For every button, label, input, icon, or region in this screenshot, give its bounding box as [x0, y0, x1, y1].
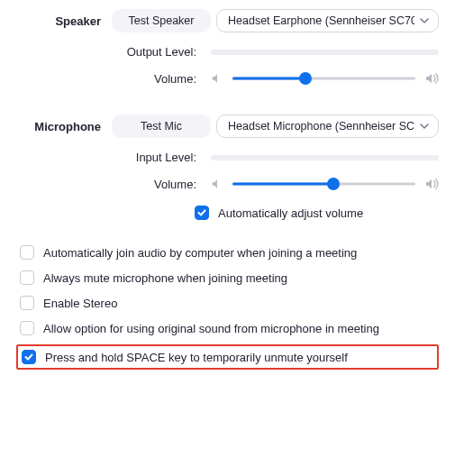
speaker-device-value: Headset Earphone (Sennheiser SC70 US — [228, 14, 414, 27]
option-label: Enable Stereo — [43, 297, 117, 310]
volume-low-icon — [211, 178, 223, 190]
option-auto-join-audio: Automatically join audio by computer whe… — [16, 240, 439, 265]
input-level-row: Input Level: — [0, 138, 455, 164]
option-original-sound: Allow option for using original sound fr… — [16, 316, 439, 341]
test-speaker-button[interactable]: Test Speaker — [112, 9, 211, 32]
microphone-device-select[interactable]: Headset Microphone (Sennheiser SC70 — [216, 114, 439, 138]
speaker-volume-slider[interactable] — [232, 72, 415, 85]
option-checkbox[interactable] — [22, 350, 36, 364]
volume-high-icon — [424, 71, 439, 86]
microphone-label: Microphone — [16, 120, 106, 133]
option-label: Press and hold SPACE key to temporarily … — [45, 351, 348, 364]
audio-options-list: Automatically join audio by computer whe… — [0, 220, 455, 370]
option-always-mute: Always mute microphone when joining meet… — [16, 265, 439, 290]
option-label: Always mute microphone when joining meet… — [43, 271, 287, 285]
option-checkbox[interactable] — [20, 270, 34, 285]
mic-volume-slider[interactable] — [232, 178, 415, 190]
auto-adjust-checkbox[interactable] — [195, 206, 209, 220]
test-mic-button[interactable]: Test Mic — [112, 114, 211, 138]
option-label: Allow option for using original sound fr… — [43, 322, 379, 335]
speaker-device-select[interactable]: Headset Earphone (Sennheiser SC70 US — [216, 9, 439, 32]
speaker-volume-label: Volume: — [16, 72, 196, 86]
option-label: Automatically join audio by computer whe… — [43, 246, 357, 260]
microphone-section: Microphone Test Mic Headset Microphone (… — [0, 105, 455, 138]
chevron-down-icon — [420, 16, 429, 25]
mic-volume-row: Volume: — [0, 164, 455, 191]
option-space-unmute: Press and hold SPACE key to temporarily … — [16, 344, 439, 370]
option-checkbox[interactable] — [20, 245, 34, 260]
volume-low-icon — [211, 72, 223, 85]
output-level-row: Output Level: — [0, 32, 455, 59]
microphone-device-value: Headset Microphone (Sennheiser SC70 — [228, 120, 414, 133]
input-level-meter — [211, 155, 439, 160]
volume-high-icon — [424, 177, 439, 191]
speaker-section: Speaker Test Speaker Headset Earphone (S… — [0, 0, 455, 32]
speaker-volume-row: Volume: — [0, 59, 455, 86]
input-level-label: Input Level: — [16, 151, 196, 164]
auto-adjust-row: Automatically adjust volume — [0, 191, 455, 220]
chevron-down-icon — [420, 122, 429, 131]
speaker-label: Speaker — [16, 14, 106, 28]
output-level-meter — [211, 50, 439, 55]
auto-adjust-label: Automatically adjust volume — [218, 206, 363, 220]
option-enable-stereo: Enable Stereo — [16, 290, 439, 316]
option-checkbox[interactable] — [20, 321, 34, 335]
option-checkbox[interactable] — [20, 296, 34, 310]
output-level-label: Output Level: — [16, 45, 196, 59]
mic-volume-label: Volume: — [16, 178, 196, 191]
